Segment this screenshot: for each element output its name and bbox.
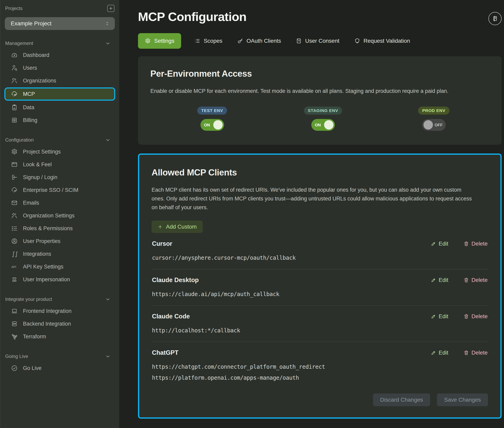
circle-check-icon bbox=[11, 365, 18, 371]
add-project-button[interactable] bbox=[107, 5, 115, 12]
tab-request-validation[interactable]: Request Validation bbox=[353, 33, 412, 49]
sidebar-item-terraform[interactable]: Terraform bbox=[0, 330, 119, 343]
user-search-icon bbox=[11, 65, 18, 71]
billing-lines-icon bbox=[11, 117, 18, 123]
sidebar-item-integrations[interactable]: ∫∫ Integrations bbox=[0, 247, 119, 260]
sidebar-item-mcp[interactable]: MCP bbox=[4, 87, 115, 101]
client-name: ChatGPT bbox=[152, 349, 179, 356]
docs-button[interactable] bbox=[488, 12, 502, 25]
client-name: Claude Desktop bbox=[152, 277, 199, 284]
people-icon bbox=[11, 77, 18, 84]
chevron-down-icon[interactable] bbox=[105, 297, 110, 302]
redirect-uri: https://claude.ai/api/mcp/auth_callback bbox=[152, 291, 488, 297]
sidebar-section-configuration[interactable]: Configuration bbox=[0, 137, 119, 143]
pencil-icon bbox=[431, 314, 436, 319]
projects-label: Projects bbox=[5, 6, 23, 11]
cloud-arrow-icon bbox=[11, 91, 18, 98]
shield-check-icon bbox=[354, 38, 360, 44]
sidebar-item-go-live[interactable]: Go Live bbox=[0, 362, 119, 375]
sidebar-section-management[interactable]: Management bbox=[0, 40, 119, 47]
sidebar-item-roles-permissions[interactable]: Roles & Permissions bbox=[0, 222, 119, 235]
sidebar-section-going-live[interactable]: Going Live bbox=[0, 353, 119, 360]
svg-text:API: API bbox=[11, 265, 16, 269]
test-env-toggle[interactable]: ON bbox=[200, 119, 224, 131]
delete-button[interactable]: Delete bbox=[463, 277, 488, 283]
staging-env-group: STAGING ENV ON bbox=[268, 107, 378, 131]
client-name: Claude Code bbox=[152, 313, 190, 320]
key-icon bbox=[237, 38, 243, 44]
edit-button[interactable]: Edit bbox=[431, 313, 448, 320]
test-env-group: TEST ENV ON bbox=[157, 107, 268, 131]
toggle-knob bbox=[423, 120, 433, 130]
disguise-glasses-icon bbox=[11, 276, 18, 283]
api-icon: API bbox=[11, 263, 18, 270]
sidebar-item-data[interactable]: Data bbox=[0, 101, 119, 114]
tab-oauth-clients[interactable]: OAuth Clients bbox=[236, 33, 283, 49]
sidebar-item-emails[interactable]: Emails bbox=[0, 197, 119, 209]
discard-changes-button[interactable]: Discard Changes bbox=[373, 394, 430, 406]
terraform-icon bbox=[11, 333, 18, 340]
app-window: Projects Example Project Management Dash… bbox=[0, 0, 504, 428]
clients-card-footer: Discard Changes Save Changes bbox=[152, 394, 488, 406]
tab-user-consent[interactable]: User Consent bbox=[294, 33, 341, 49]
sidebar-item-organization-settings[interactable]: Organization Settings bbox=[0, 209, 119, 222]
trash-icon bbox=[463, 314, 469, 319]
delete-button[interactable]: Delete bbox=[463, 350, 488, 356]
staging-env-toggle[interactable]: ON bbox=[311, 119, 335, 131]
sidebar-item-dashboard[interactable]: Dashboard bbox=[0, 49, 119, 61]
clients-card-title: Allowed MCP Clients bbox=[152, 167, 488, 177]
gear-icon bbox=[11, 148, 18, 155]
trash-icon bbox=[463, 277, 469, 283]
checklist-icon bbox=[11, 225, 18, 232]
sidebar-item-user-properties[interactable]: User Properties bbox=[0, 235, 119, 247]
toggle-knob bbox=[213, 120, 223, 130]
chevron-down-icon[interactable] bbox=[105, 354, 110, 359]
select-updown-icon bbox=[105, 21, 110, 26]
sidebar-item-billing[interactable]: Billing bbox=[0, 114, 119, 127]
test-env-badge: TEST ENV bbox=[197, 107, 227, 115]
cloud-arrow-icon bbox=[11, 187, 18, 193]
redirect-uri: https://chatgpt.com/connector_platform_o… bbox=[152, 363, 488, 370]
login-arrow-icon bbox=[11, 174, 18, 181]
prod-env-group: PROD ENV OFF bbox=[378, 107, 489, 131]
dashboard-gauge-icon bbox=[11, 52, 18, 58]
sidebar-item-enterprise-sso[interactable]: Enterprise SSO / SCIM bbox=[0, 184, 119, 197]
tab-bar: Settings Scopes OAuth Clients User Conse… bbox=[138, 33, 502, 49]
sidebar-section-integrate[interactable]: Integrate your product bbox=[0, 296, 119, 303]
sidebar-item-users[interactable]: Users bbox=[0, 61, 119, 74]
sidebar-item-api-key-settings[interactable]: API API Key Settings bbox=[0, 260, 119, 273]
edit-button[interactable]: Edit bbox=[431, 277, 448, 283]
client-row-claude-desktop: Claude Desktop Edit Delete https://claud… bbox=[152, 269, 488, 306]
sidebar-item-organizations[interactable]: Organizations bbox=[0, 74, 119, 87]
project-selector[interactable]: Example Project bbox=[5, 17, 115, 30]
env-card-description: Enable or disable MCP for each environme… bbox=[150, 87, 474, 95]
chevron-down-icon[interactable] bbox=[105, 137, 110, 142]
sidebar-item-user-impersonation[interactable]: User Impersonation bbox=[0, 273, 119, 286]
integral-icon: ∫∫ bbox=[11, 251, 18, 257]
plus-icon bbox=[157, 224, 163, 229]
prod-env-badge: PROD ENV bbox=[418, 107, 449, 115]
delete-button[interactable]: Delete bbox=[463, 240, 488, 247]
edit-button[interactable]: Edit bbox=[431, 350, 448, 356]
projects-header: Projects bbox=[0, 4, 119, 12]
project-selector-value: Example Project bbox=[11, 20, 51, 27]
tab-settings[interactable]: Settings bbox=[138, 33, 181, 49]
chevron-down-icon[interactable] bbox=[105, 41, 110, 46]
prod-env-toggle[interactable]: OFF bbox=[422, 119, 446, 131]
client-row-chatgpt: ChatGPT Edit Delete https://chatgpt.com/… bbox=[152, 342, 488, 389]
plus-icon bbox=[108, 6, 113, 11]
add-custom-button[interactable]: Add Custom bbox=[152, 221, 203, 233]
sidebar-item-look-feel[interactable]: Look & Feel bbox=[0, 158, 119, 171]
tab-scopes[interactable]: Scopes bbox=[193, 33, 224, 49]
sidebar-item-project-settings[interactable]: Project Settings bbox=[0, 145, 119, 158]
server-icon bbox=[11, 321, 18, 327]
edit-button[interactable]: Edit bbox=[431, 240, 448, 247]
sidebar-item-frontend-integration[interactable]: Frontend Integration bbox=[0, 305, 119, 317]
delete-button[interactable]: Delete bbox=[463, 313, 488, 320]
sidebar-item-signup-login[interactable]: Signup / Login bbox=[0, 171, 119, 184]
sidebar-item-backend-integration[interactable]: Backend Integration bbox=[0, 317, 119, 330]
save-changes-button[interactable]: Save Changes bbox=[437, 394, 488, 406]
sidebar: Projects Example Project Management Dash… bbox=[0, 0, 119, 428]
client-row-cursor: Cursor Edit Delete cursor://anysphere.cu… bbox=[152, 233, 488, 269]
clipboard-chart-icon bbox=[11, 104, 18, 111]
